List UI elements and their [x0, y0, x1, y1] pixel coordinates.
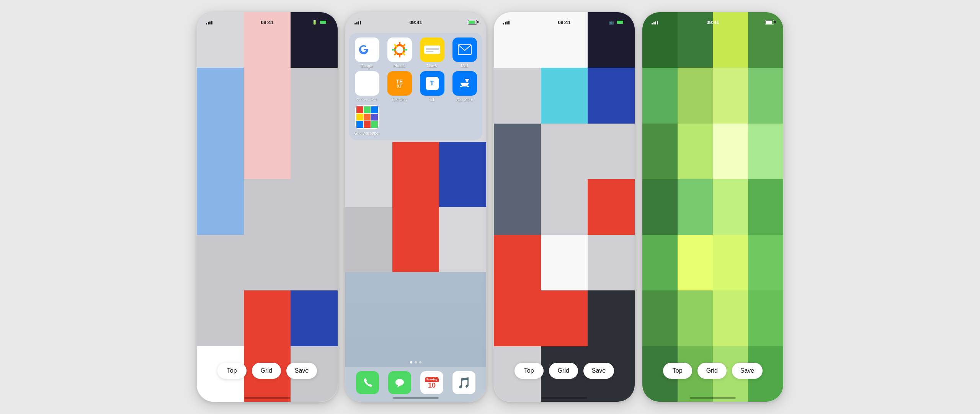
- phone1-content: Top Grid Save: [197, 12, 338, 402]
- top-button-3[interactable]: Top: [514, 363, 544, 379]
- cell: [713, 68, 748, 123]
- app-textonly[interactable]: TE XT Text Only: [385, 71, 414, 102]
- gp-cell: [371, 106, 378, 113]
- cell: [588, 68, 635, 123]
- cell: [678, 124, 713, 179]
- battery-area-2: [468, 20, 477, 24]
- cell: [678, 68, 713, 123]
- home-indicator-2: [393, 397, 439, 399]
- status-bar-4: 09:41: [642, 12, 783, 29]
- notes-label: Notes: [427, 64, 437, 68]
- cell: [642, 290, 678, 346]
- save-button-4[interactable]: Save: [732, 363, 763, 379]
- app-gridwallpaper[interactable]: Grid Wallpaper: [352, 105, 382, 135]
- cell: [748, 68, 783, 123]
- battery-area-4: [765, 20, 774, 24]
- bar2: [653, 22, 655, 24]
- cell: [197, 290, 244, 346]
- cell: [494, 290, 541, 346]
- cell: [244, 235, 291, 290]
- phone4-buttons: Top Grid Save: [642, 363, 783, 379]
- grid-button-4[interactable]: Grid: [697, 363, 727, 379]
- photos-icon: [387, 37, 412, 62]
- toli-text: T: [430, 80, 434, 87]
- app-notes[interactable]: Notes: [417, 37, 447, 68]
- cell: [244, 290, 291, 346]
- phone3-buttons: Top Grid Save: [494, 363, 635, 379]
- cell: [642, 68, 678, 123]
- bg-cell: [439, 142, 486, 207]
- dock-phone[interactable]: [356, 371, 379, 394]
- save-button-3[interactable]: Save: [583, 363, 614, 379]
- cell: [713, 124, 748, 179]
- note-line: [426, 51, 433, 52]
- appstore-label: App Store: [456, 98, 473, 102]
- appstore-icon: [452, 71, 477, 96]
- gp-cell: [364, 114, 371, 121]
- app-mail[interactable]: Mail: [450, 37, 479, 68]
- status-bar-2: 09:41: [345, 12, 486, 29]
- battery-icon-1: [319, 20, 328, 24]
- top-button-4[interactable]: Top: [663, 363, 692, 379]
- bar3: [209, 21, 211, 24]
- signal-2: [354, 20, 361, 24]
- grid-button-3[interactable]: Grid: [549, 363, 578, 379]
- app-appstore[interactable]: App Store: [450, 71, 479, 102]
- notes-content: [424, 46, 440, 54]
- svg-line-6: [402, 52, 405, 55]
- toli-square: T: [426, 77, 439, 90]
- bar3: [655, 21, 656, 24]
- status-bar-3: 09:41 📺: [494, 12, 635, 29]
- app-photos[interactable]: Photos: [385, 37, 414, 68]
- cell: [588, 235, 635, 290]
- bar2: [356, 22, 358, 24]
- bar4: [508, 21, 510, 24]
- top-button-1[interactable]: Top: [217, 363, 247, 379]
- dock: Sunday 10 🎵: [345, 367, 486, 402]
- toli-label: Toli: [429, 98, 435, 102]
- note-line: [426, 49, 439, 50]
- google-svg: [357, 43, 371, 57]
- signal-4: [652, 20, 658, 24]
- battery-percent-1: 🔋: [312, 20, 317, 25]
- google-icon: G: [355, 37, 379, 62]
- app-toli[interactable]: T Toli: [417, 71, 447, 102]
- app-clover[interactable]: C Солонгос Хал: [352, 71, 382, 102]
- bar2: [208, 22, 209, 24]
- gp-cell: [356, 106, 363, 113]
- save-button-1[interactable]: Save: [286, 363, 317, 379]
- dock-calendar[interactable]: Sunday 10: [420, 371, 443, 394]
- cell: [197, 124, 244, 179]
- bar4: [657, 21, 658, 24]
- phone4-content: Top Grid Save: [642, 12, 783, 402]
- svg-line-7: [402, 44, 405, 47]
- cell: [244, 68, 291, 123]
- cell: [291, 179, 338, 235]
- dock-messages[interactable]: [388, 371, 411, 394]
- bar4: [211, 21, 212, 24]
- toli-icon: T: [420, 71, 444, 96]
- clover-icon: C: [355, 71, 379, 96]
- page-dots: [345, 361, 486, 363]
- phone1-grid: [197, 12, 338, 402]
- bar1: [354, 23, 356, 24]
- cell: [197, 179, 244, 235]
- cell: [642, 179, 678, 235]
- status-bar-1: 09:41 🔋: [197, 12, 338, 29]
- battery-area-3: 📺: [609, 20, 626, 24]
- app-google[interactable]: G Google: [352, 37, 382, 68]
- signal-1: [206, 20, 212, 24]
- time-1: 09:41: [261, 20, 273, 25]
- cell: [588, 290, 635, 346]
- battery-fill-2: [469, 21, 475, 24]
- grid-button-1[interactable]: Grid: [252, 363, 281, 379]
- signal-bars-2: [354, 20, 361, 24]
- gp-cell: [356, 114, 363, 121]
- bg-cell: [345, 142, 392, 207]
- dot-3: [419, 361, 421, 363]
- app-row-3: Grid Wallpaper: [352, 105, 479, 135]
- home-indicator-1: [244, 397, 290, 399]
- dock-music[interactable]: 🎵: [452, 371, 475, 394]
- cell: [291, 290, 338, 346]
- cell: [678, 235, 713, 290]
